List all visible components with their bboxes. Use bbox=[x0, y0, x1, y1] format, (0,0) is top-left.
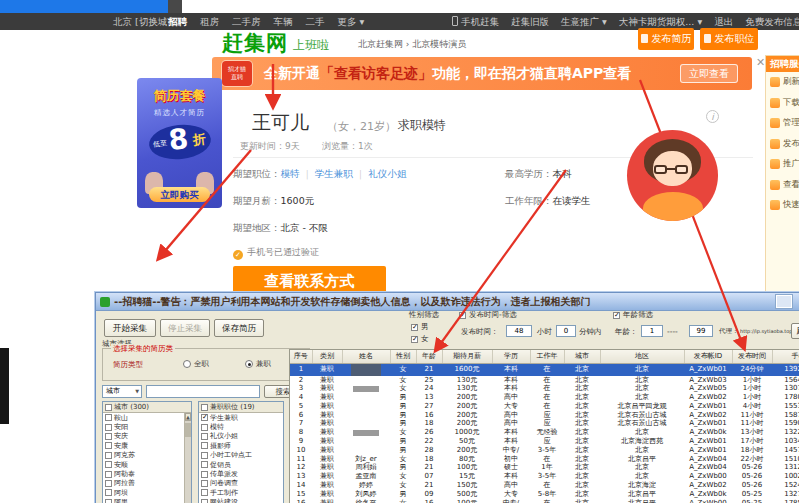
column-header[interactable]: 期待月薪 bbox=[442, 350, 492, 363]
service-item[interactable]: 下载简历 bbox=[766, 93, 799, 114]
job-list-item[interactable]: 手工制作 bbox=[199, 488, 283, 497]
breadcrumb[interactable]: 北京赶集网 › 北京模特演员 bbox=[358, 38, 466, 51]
column-header[interactable]: 工作年 bbox=[530, 350, 564, 363]
job-list-item[interactable]: 促销员 bbox=[199, 460, 283, 469]
column-header[interactable]: 学历 bbox=[492, 350, 530, 363]
buy-now-button[interactable]: 立即购买 bbox=[149, 187, 210, 202]
table-row[interactable]: 9兼职男2250元本科应北京北京海淀西苑A_ZxWb0117小时10345455 bbox=[290, 437, 799, 446]
city-list-item[interactable]: 阿勒泰 bbox=[103, 469, 191, 478]
nav-item[interactable]: 手机赶集 bbox=[452, 13, 499, 30]
table-row[interactable]: 1兼职女211600元本科在北京北京A_ZxWb0124分钟13921473 bbox=[290, 363, 799, 376]
age-filter-checkbox[interactable]: 年龄筛选 bbox=[613, 310, 653, 320]
nav-item[interactable]: 招聘 bbox=[168, 13, 187, 30]
column-header[interactable]: 类别 bbox=[312, 350, 342, 363]
service-item[interactable]: 快速招聘 bbox=[766, 195, 799, 216]
window-titlebar[interactable]: --招聘猫--警告：严禁用户利用本网站和开发软件存储倒卖他人信息，以及欺诈违法行… bbox=[96, 293, 799, 311]
banner-view-button[interactable]: 立即查看 bbox=[680, 64, 738, 83]
nav-item[interactable]: 二手房 bbox=[232, 13, 261, 30]
job-list-item[interactable]: 网站建设 bbox=[199, 498, 283, 503]
table-row[interactable]: 2兼职女25130元本科在北京北京A_ZxWb031小时15647235 bbox=[290, 376, 799, 385]
female-checkbox[interactable]: 女 bbox=[411, 334, 429, 344]
nav-item[interactable]: 更多 ▾ bbox=[338, 13, 365, 30]
city-list-item[interactable]: 鞍山 bbox=[103, 413, 191, 422]
job-list-item[interactable]: 问卷调查 bbox=[199, 479, 283, 488]
nav-item[interactable]: 赶集旧版 bbox=[511, 13, 549, 30]
job-list-header[interactable]: 兼职职位 (19) bbox=[199, 402, 283, 413]
table-row[interactable]: 10兼职男28200元中专/3-5年北京北京A_ZxWb0118小时145720… bbox=[290, 446, 799, 455]
city-list-item[interactable]: 安康 bbox=[103, 441, 191, 450]
male-checkbox[interactable]: 男 bbox=[411, 322, 429, 332]
nav-item[interactable]: 生意推广 ▾ bbox=[561, 13, 607, 30]
publish-job-button[interactable]: 发布职位 bbox=[700, 28, 758, 50]
table-cell bbox=[342, 384, 390, 393]
window-control-button[interactable] bbox=[776, 295, 792, 308]
close-icon[interactable]: ✕ bbox=[756, 56, 765, 69]
table-row[interactable]: 3兼职女24130元本科在北京北京A_ZxWb051小时13071075 bbox=[290, 384, 799, 393]
service-item[interactable]: 发布职位 bbox=[766, 134, 799, 155]
publish-resume-button[interactable]: 发布简历 bbox=[638, 28, 694, 50]
city-list-item[interactable]: 阿坝 bbox=[103, 488, 191, 497]
job-link[interactable]: 学生兼职 bbox=[315, 168, 353, 179]
column-header[interactable]: 年龄 bbox=[416, 350, 442, 363]
job-link[interactable]: 礼仪小姐 bbox=[368, 168, 406, 179]
job-link[interactable]: 模特 bbox=[281, 168, 300, 179]
service-item[interactable]: 刷新简历 bbox=[766, 72, 799, 93]
job-list-item[interactable]: 传单派发 bbox=[199, 469, 283, 478]
job-list-item[interactable]: 模特 bbox=[199, 422, 283, 431]
save-resume-button[interactable]: 保存简历 bbox=[214, 319, 264, 337]
scrollbar[interactable]: ▲ bbox=[184, 413, 191, 503]
age-max-input[interactable] bbox=[689, 325, 713, 337]
table-row[interactable]: 5兼职男27200元大专在北京北京昌平回龙观A_ZxWb014小时1553822… bbox=[290, 402, 799, 411]
city-list-item[interactable]: 安顺 bbox=[103, 460, 191, 469]
column-header[interactable]: 性别 bbox=[390, 350, 416, 363]
job-list-item[interactable]: 摄影师 bbox=[199, 441, 283, 450]
promo-banner[interactable]: 招才猫直聘 全新开通「查看访客足迹」功能，即在招才猫直聘APP查看 立即查看 bbox=[212, 57, 752, 90]
table-row[interactable]: 11兼职刘z_er女1880元初中在北京北京昌平A_ZxWb0422小时1510… bbox=[290, 455, 799, 464]
table-row[interactable]: 8兼职女261000元本科无经验北京北京A_ZxWb0k13小时13224442 bbox=[290, 428, 799, 437]
service-item[interactable]: 推广职位 bbox=[766, 154, 799, 175]
service-item[interactable]: 管理职位 bbox=[766, 113, 799, 134]
age-min-input[interactable] bbox=[641, 325, 663, 337]
info-icon[interactable]: i bbox=[706, 110, 719, 123]
table-row[interactable]: 12兼职周利娟男21100元硕士1年北京北京A_ZxWb0405-2613125… bbox=[290, 463, 799, 472]
hours-input[interactable] bbox=[506, 325, 532, 337]
column-header[interactable]: 发布时间 bbox=[732, 350, 772, 363]
ganji-logo[interactable]: 赶集网 bbox=[222, 29, 288, 57]
column-header[interactable]: 发布帐ID bbox=[684, 350, 732, 363]
resume-package-ad[interactable]: 简历套餐 精选人才简历 低至 8 折 立即购买 bbox=[137, 78, 222, 208]
job-list-item[interactable]: 礼仪小姐 bbox=[199, 432, 283, 441]
minutes-input[interactable] bbox=[556, 325, 576, 337]
nav-item[interactable]: 车辆 bbox=[274, 13, 293, 30]
search-input[interactable] bbox=[146, 385, 260, 398]
fulltime-radio[interactable]: 全职 bbox=[183, 359, 209, 369]
nav-item[interactable]: 租房 bbox=[200, 13, 219, 30]
refresh-button[interactable]: 刷新 bbox=[791, 323, 799, 339]
table-row[interactable]: 15兼职刘凤婷男09500元大专5-8年北京北京昌平A_ZxWb0k05-251… bbox=[290, 490, 799, 499]
column-header[interactable]: 城市 bbox=[564, 350, 600, 363]
column-header[interactable]: 地区 bbox=[600, 350, 684, 363]
city-dropdown[interactable]: 城市▼ bbox=[102, 385, 142, 398]
start-collect-button[interactable]: 开始采集 bbox=[104, 319, 156, 337]
time-filter-checkbox[interactable]: 发布时间-筛选 bbox=[459, 310, 517, 320]
city-list-item[interactable]: 阿里 bbox=[103, 498, 191, 503]
column-header[interactable]: 姓名 bbox=[342, 350, 390, 363]
table-row[interactable]: 4兼职男13200元高中在北京北京A_ZxWb021小时17804721 bbox=[290, 393, 799, 402]
city-list-item[interactable]: 安阳 bbox=[103, 422, 191, 431]
table-row[interactable]: 7兼职男18200元高中应北京北京石景山古城A_ZxWb0111小时159004… bbox=[290, 419, 799, 428]
column-header[interactable]: 序号 bbox=[290, 350, 312, 363]
column-header[interactable]: 手机号 bbox=[772, 350, 799, 363]
table-row[interactable]: 16兼职徐冬至女16100元中专/在北京北京昌平A_ZxWb0005-25178… bbox=[290, 499, 799, 503]
city-list-item[interactable]: 阿拉善 bbox=[103, 479, 191, 488]
parttime-radio[interactable]: 兼职 bbox=[245, 359, 271, 369]
city-list-item[interactable]: 阿克苏 bbox=[103, 451, 191, 460]
city-list-header[interactable]: 城市 (300) bbox=[103, 402, 191, 413]
banner-text: 全新开通「查看访客足迹」功能，即在招才猫直聘APP查看 bbox=[264, 65, 631, 83]
job-list-item[interactable]: 学生兼职 bbox=[199, 413, 283, 422]
table-row[interactable]: 13兼职孟亚南女0715元本科3-5年北京北京A_ZxWb0005-261002… bbox=[290, 472, 799, 481]
city-list-item[interactable]: 安庆 bbox=[103, 432, 191, 441]
scroll-up-icon[interactable]: ▲ bbox=[185, 413, 191, 421]
job-list-item[interactable]: 小时工钟点工 bbox=[199, 451, 283, 460]
table-row[interactable]: 14兼职婷婷女21150元高中在北京北京海淀A_ZxWb0205-2615244… bbox=[290, 481, 799, 490]
nav-item[interactable]: 二手 bbox=[306, 13, 325, 30]
service-item[interactable]: 查看简历 bbox=[766, 175, 799, 196]
